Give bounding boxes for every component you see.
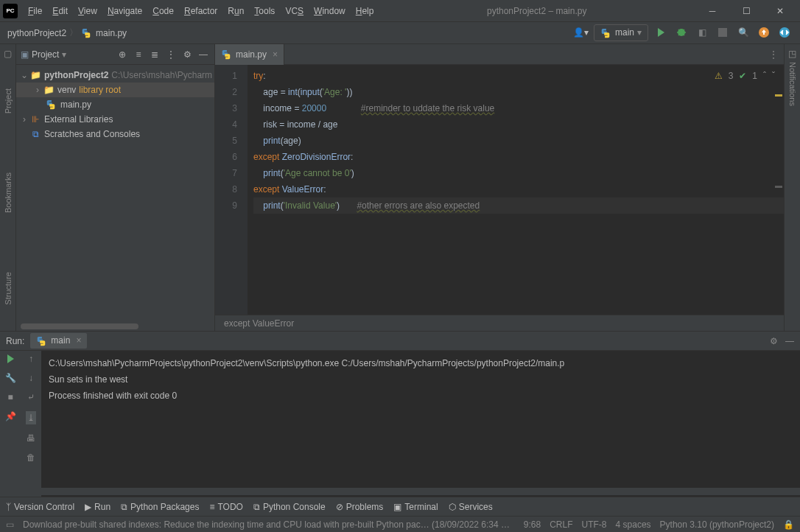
- collapse-all-icon[interactable]: ≣: [148, 48, 161, 61]
- chevron-down-icon: ▾: [62, 49, 66, 60]
- stop-button[interactable]: [715, 24, 731, 41]
- soft-wrap-icon[interactable]: ⤶: [27, 392, 35, 402]
- run-header-icons: ⚙ —: [770, 336, 794, 346]
- search-icon[interactable]: 🔍: [735, 24, 751, 41]
- run-side-a: 🔧 ■ 📌: [0, 351, 21, 497]
- close-icon[interactable]: ×: [76, 335, 81, 346]
- editor-breadcrumb[interactable]: except ValueError: [215, 315, 784, 331]
- menu-file[interactable]: File: [24, 3, 46, 19]
- tree-root[interactable]: ⌄ 📁 pythonProject2 C:\Users\mshah\Pychar…: [16, 68, 214, 83]
- event-log-icon[interactable]: ▭: [6, 519, 14, 530]
- run-header: Run: main × ⚙ —: [0, 332, 800, 351]
- strip-notifications[interactable]: Notifications: [788, 62, 797, 106]
- coverage-button[interactable]: ◧: [694, 24, 710, 41]
- scratches-icon: ⧉: [29, 129, 41, 139]
- menu-code[interactable]: Code: [148, 3, 178, 19]
- project-strip-icon[interactable]: ▢: [4, 49, 12, 59]
- scroll-end-icon[interactable]: ⤓: [26, 411, 36, 424]
- bottom-pkg[interactable]: ⧉Python Packages: [121, 502, 199, 512]
- bottom-console[interactable]: ⧉Python Console: [253, 502, 326, 512]
- editor: main.py × ⋮ 123456789 try: age = int(inp…: [215, 44, 784, 331]
- ide-update-icon[interactable]: [756, 24, 772, 41]
- menu-vcs[interactable]: VCS: [281, 3, 308, 19]
- run-output[interactable]: C:\Users\mshah\PycharmProjects\pythonPro…: [41, 351, 800, 497]
- strip-project[interactable]: Project: [4, 88, 13, 113]
- list-icon: ≡: [209, 502, 214, 512]
- gutter: 123456789: [215, 65, 248, 315]
- status-message[interactable]: Download pre-built shared indexes: Reduc…: [23, 519, 515, 530]
- print-icon[interactable]: 🖶: [27, 433, 35, 444]
- stop-icon[interactable]: ■: [7, 392, 13, 402]
- horizontal-scrollbar[interactable]: [41, 488, 800, 495]
- menu-help[interactable]: Help: [351, 3, 379, 19]
- bottom-terminal[interactable]: ▣Terminal: [393, 502, 438, 512]
- tree-root-path: C:\Users\mshah\Pycharm: [111, 70, 212, 80]
- lock-icon[interactable]: 🔒: [783, 519, 794, 530]
- project-panel-title[interactable]: ▣ Project ▾: [21, 49, 113, 60]
- edit-config-icon[interactable]: 🔧: [5, 373, 16, 383]
- close-button[interactable]: ✕: [763, 0, 797, 22]
- maximize-button[interactable]: ☐: [729, 0, 763, 22]
- status-enc[interactable]: UTF-8: [582, 519, 607, 530]
- horizontal-scrollbar[interactable]: [21, 323, 138, 329]
- tree-main-file[interactable]: main.py: [16, 97, 214, 112]
- run-config-dropdown[interactable]: main ▾: [594, 24, 648, 41]
- menu-navigate[interactable]: Navigate: [103, 3, 147, 19]
- menu-window[interactable]: Window: [309, 3, 350, 19]
- menu-edit[interactable]: Edit: [48, 3, 72, 19]
- bottom-problems[interactable]: ⊘Problems: [336, 502, 384, 512]
- bottom-todo[interactable]: ≡TODO: [209, 502, 242, 512]
- tree-arrow-icon[interactable]: ›: [19, 114, 29, 125]
- status-indent[interactable]: 4 spaces: [616, 519, 651, 530]
- prev-highlight-icon[interactable]: ˆ: [763, 68, 766, 84]
- breadcrumb-project[interactable]: pythonProject2: [7, 28, 66, 38]
- error-stripe[interactable]: [775, 65, 782, 315]
- tree-scratches[interactable]: ⧉ Scratches and Consoles: [16, 127, 214, 141]
- strip-bookmarks[interactable]: Bookmarks: [4, 172, 13, 213]
- locate-icon[interactable]: ⊕: [116, 48, 129, 61]
- python-icon: [600, 27, 612, 38]
- breadcrumb-file[interactable]: main.py: [96, 28, 127, 38]
- hide-panel-icon[interactable]: —: [197, 48, 210, 61]
- editor-more-icon[interactable]: ⋮: [763, 49, 784, 60]
- minimize-button[interactable]: ─: [695, 0, 729, 22]
- status-eol[interactable]: CRLF: [550, 519, 572, 530]
- add-user-icon[interactable]: 👤▾: [573, 24, 589, 41]
- status-pos[interactable]: 9:68: [524, 519, 541, 530]
- panel-options-icon[interactable]: ⋮: [164, 48, 178, 61]
- run-tab-main[interactable]: main ×: [30, 333, 87, 349]
- code-area[interactable]: try: age = int(input('Age: ')) income = …: [248, 65, 784, 315]
- tree-ext-lib847[interactable]: › ⊪ External Libraries: [16, 112, 214, 127]
- menu-tools[interactable]: Tools: [250, 3, 279, 19]
- bottom-vc[interactable]: ᛉVersion Control: [6, 502, 74, 512]
- services-icon: ⬡: [449, 502, 456, 512]
- code-with-me-icon[interactable]: [776, 24, 793, 41]
- rerun-icon[interactable]: [5, 354, 15, 364]
- folder-icon: 📁: [43, 85, 55, 95]
- tree-venv[interactable]: › 📁 venv library root: [16, 83, 214, 97]
- inspections-widget[interactable]: ⚠3 ✔1 ˆ ˇ: [715, 68, 775, 84]
- strip-structure[interactable]: Structure: [4, 272, 13, 305]
- debug-button[interactable]: [673, 24, 690, 41]
- menu-refactor[interactable]: Refactor: [180, 3, 222, 19]
- tree-arrow-icon[interactable]: ⌄: [19, 70, 29, 80]
- notifications-icon[interactable]: ◳: [788, 49, 796, 59]
- bottom-run[interactable]: ▶Run: [85, 502, 110, 512]
- up-icon[interactable]: ↑: [29, 354, 33, 364]
- run-button[interactable]: [653, 24, 669, 41]
- down-icon[interactable]: ↓: [29, 373, 33, 383]
- tree-arrow-icon[interactable]: ›: [32, 85, 43, 95]
- gear-icon[interactable]: ⚙: [180, 48, 194, 61]
- menu-run[interactable]: Run: [223, 3, 248, 19]
- bottom-services[interactable]: ⬡Services: [449, 502, 493, 512]
- pin-icon[interactable]: 📌: [5, 411, 16, 421]
- close-icon[interactable]: ×: [273, 49, 278, 60]
- trash-icon[interactable]: 🗑: [27, 452, 35, 463]
- menu-view[interactable]: View: [74, 3, 102, 19]
- code-editor[interactable]: 123456789 try: age = int(input('Age: '))…: [215, 65, 784, 315]
- gear-icon[interactable]: ⚙: [770, 336, 778, 346]
- expand-all-icon[interactable]: ≡: [132, 48, 145, 61]
- status-interpreter[interactable]: Python 3.10 (pythonProject2): [660, 519, 774, 530]
- hide-panel-icon[interactable]: —: [785, 336, 794, 346]
- tab-main[interactable]: main.py ×: [215, 44, 284, 65]
